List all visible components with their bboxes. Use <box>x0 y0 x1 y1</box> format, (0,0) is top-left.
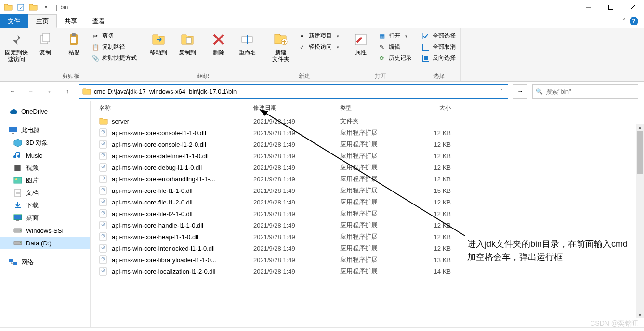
nav-forward-button[interactable]: → <box>24 85 38 98</box>
file-row[interactable]: api-ms-win-core-file-l1-2-0.dll 2021/9/2… <box>91 196 644 208</box>
col-type[interactable]: 类型 <box>340 104 412 112</box>
file-list[interactable]: server 2021/9/28 1:49 文件夹 api-ms-win-cor… <box>91 115 644 327</box>
sidebar-item-5[interactable]: 下载 <box>0 199 90 212</box>
dll-icon <box>99 255 108 264</box>
ribbon-label-new: 新建 <box>267 71 341 80</box>
file-row[interactable]: api-ms-win-core-heap-l1-1-0.dll 2021/9/2… <box>91 231 644 242</box>
file-row[interactable]: api-ms-win-core-datetime-l1-1-0.dll 2021… <box>91 150 644 162</box>
file-date: 2021/9/28 1:49 <box>253 210 340 217</box>
pin-quickaccess-button[interactable]: 固定到快 速访问 <box>3 30 30 63</box>
help-icon[interactable]: ? <box>630 17 638 25</box>
file-row[interactable]: api-ms-win-core-localization-l1-2-0.dll … <box>91 266 644 277</box>
sidebar-item-8[interactable]: Data (D:) <box>0 237 90 249</box>
file-row[interactable]: api-ms-win-core-interlocked-l1-1-0.dll 2… <box>91 242 644 254</box>
go-button[interactable]: → <box>513 84 527 99</box>
file-row[interactable]: api-ms-win-core-debug-l1-1-0.dll 2021/9/… <box>91 162 644 173</box>
search-input[interactable] <box>546 88 635 95</box>
sidebar-item-network[interactable]: 网络 <box>0 256 90 268</box>
sidebar-item-0[interactable]: 3D 对象 <box>0 137 90 149</box>
drive-icon <box>13 226 22 235</box>
scroll-thumb[interactable] <box>637 131 643 174</box>
sidebar-item-label: 视频 <box>26 164 39 172</box>
address-bar[interactable]: ˅ <box>79 84 508 99</box>
paste-shortcut-button[interactable]: 📎粘贴快捷方式 <box>90 53 139 63</box>
file-date: 2021/9/28 1:49 <box>253 118 340 125</box>
invert-selection-button[interactable]: 反向选择 <box>420 53 458 63</box>
status-bar: 121 个项目 <box>0 327 644 331</box>
file-row[interactable]: api-ms-win-core-file-l1-1-0.dll 2021/9/2… <box>91 185 644 196</box>
file-row[interactable]: api-ms-win-core-errorhandling-l1-1-... 2… <box>91 173 644 185</box>
sidebar-item-2[interactable]: 视频 <box>0 162 90 174</box>
ribbon-label-select: 选择 <box>420 71 458 80</box>
edit-button[interactable]: ✎编辑 <box>376 42 414 52</box>
sidebar-item-4[interactable]: 文档 <box>0 187 90 199</box>
nav-recent-dropdown[interactable]: ▾ <box>42 85 56 98</box>
file-row[interactable]: api-ms-win-core-libraryloader-l1-1-0... … <box>91 254 644 266</box>
tab-file[interactable]: 文件 <box>0 14 28 28</box>
cut-button[interactable]: ✂剪切 <box>90 31 139 41</box>
svg-rect-31 <box>424 56 428 60</box>
new-item-button[interactable]: ✦新建项目▾ <box>296 31 341 41</box>
qat-dropdown-icon[interactable]: ▾ <box>40 2 51 13</box>
column-headers[interactable]: 名称 修改日期 类型 大小 <box>91 101 644 115</box>
search-box[interactable]: 🔍 <box>532 84 638 99</box>
file-row[interactable]: api-ms-win-core-file-l2-1-0.dll 2021/9/2… <box>91 208 644 219</box>
scroll-down-icon[interactable]: ▼ <box>636 312 644 318</box>
select-none-button[interactable]: 全部取消 <box>420 42 458 52</box>
file-type: 应用程序扩展 <box>340 186 412 195</box>
file-date: 2021/9/28 1:49 <box>253 164 340 171</box>
nav-up-button[interactable]: ↑ <box>61 85 74 98</box>
file-row[interactable]: api-ms-win-core-console-l1-1-0.dll 2021/… <box>91 127 644 139</box>
ribbon-group-select: 全部选择 全部取消 反向选择 选择 <box>417 28 461 81</box>
copy-to-button[interactable]: 复制到 <box>174 30 201 56</box>
address-input[interactable] <box>94 85 495 98</box>
file-name: api-ms-win-core-console-l1-1-0.dll <box>112 129 206 137</box>
file-row[interactable]: api-ms-win-core-handle-l1-1-0.dll 2021/9… <box>91 219 644 231</box>
select-all-button[interactable]: 全部选择 <box>420 31 458 41</box>
copy-path-button[interactable]: 📋复制路径 <box>90 42 139 52</box>
paste-button[interactable]: 粘贴 <box>61 30 88 56</box>
col-date[interactable]: 修改日期 <box>253 104 340 112</box>
qat-folder-icon[interactable] <box>3 2 13 13</box>
sidebar-item-thispc[interactable]: 此电脑 <box>0 124 90 137</box>
open-button[interactable]: ▦打开▾ <box>376 31 414 41</box>
tab-view[interactable]: 查看 <box>85 14 113 28</box>
close-button[interactable] <box>622 0 644 14</box>
sidebar-item-6[interactable]: 桌面 <box>0 212 90 224</box>
copy-button[interactable]: 复制 <box>32 30 59 56</box>
file-type: 应用程序扩展 <box>340 255 412 264</box>
file-type: 应用程序扩展 <box>340 221 412 229</box>
address-dropdown-icon[interactable]: ˅ <box>498 88 505 95</box>
tab-home[interactable]: 主页 <box>28 14 57 28</box>
col-size[interactable]: 大小 <box>412 104 460 112</box>
file-date: 2021/9/28 1:49 <box>253 256 340 264</box>
vertical-scrollbar[interactable]: ▲ ▼ <box>636 124 644 318</box>
sidebar-item-7[interactable]: Windows-SSI <box>0 224 90 237</box>
sidebar-item-1[interactable]: Music <box>0 149 90 162</box>
sidebar-item-3[interactable]: 图片 <box>0 174 90 187</box>
history-button[interactable]: ⟳历史记录 <box>376 53 414 63</box>
tab-share[interactable]: 共享 <box>57 14 85 28</box>
scroll-up-icon[interactable]: ▲ <box>636 124 644 131</box>
maximize-button[interactable] <box>600 0 622 14</box>
minimize-button[interactable] <box>578 0 600 14</box>
file-date: 2021/9/28 1:49 <box>253 268 340 275</box>
qat-newfolder-icon[interactable] <box>28 2 39 13</box>
file-size: 14 KB <box>412 268 460 275</box>
qat-properties-icon[interactable] <box>15 2 26 13</box>
new-folder-button[interactable]: 新建 文件夹 <box>267 30 294 63</box>
sidebar-item-onedrive[interactable]: OneDrive <box>0 105 90 117</box>
nav-back-button[interactable]: ← <box>6 85 19 98</box>
properties-button[interactable]: 属性 <box>347 30 374 56</box>
delete-button[interactable]: 删除 <box>205 30 232 56</box>
easy-access-button[interactable]: ✓轻松访问▾ <box>296 42 341 52</box>
navigation-pane[interactable]: OneDrive 此电脑 3D 对象Music视频图片文档下载桌面Windows… <box>0 101 91 327</box>
file-row[interactable]: api-ms-win-core-console-l1-2-0.dll 2021/… <box>91 139 644 150</box>
move-to-button[interactable]: 移动到 <box>145 30 172 56</box>
file-row[interactable]: server 2021/9/28 1:49 文件夹 <box>91 115 644 127</box>
file-size: 12 KB <box>412 199 460 206</box>
rename-button[interactable]: 重命名 <box>234 30 261 56</box>
col-name[interactable]: 名称 <box>99 104 253 112</box>
ribbon-collapse-icon[interactable]: ˄ <box>623 18 626 25</box>
file-name: api-ms-win-core-interlocked-l1-1-0.dll <box>112 245 215 252</box>
